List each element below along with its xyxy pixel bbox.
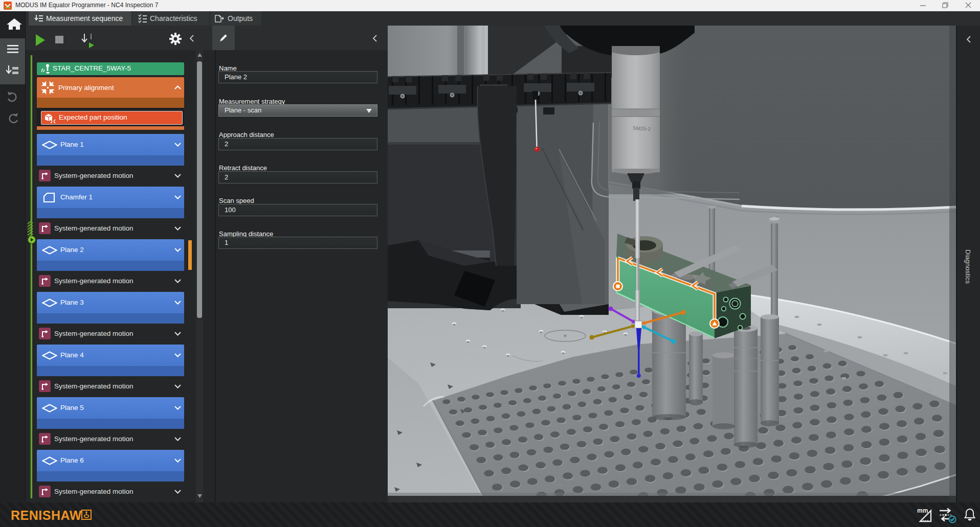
svg-text:mm: mm bbox=[917, 508, 928, 514]
svg-text:SM25-2: SM25-2 bbox=[633, 125, 651, 132]
